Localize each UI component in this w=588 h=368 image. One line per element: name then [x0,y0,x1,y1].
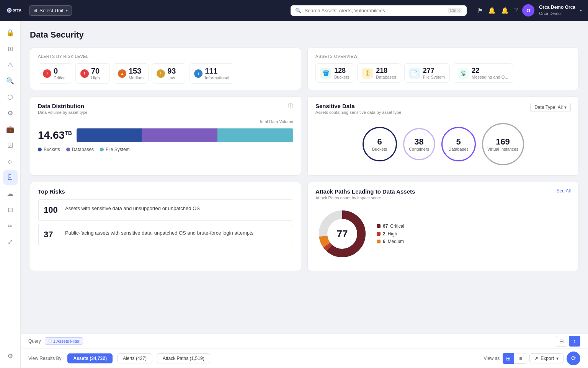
sidebar-item-checklist[interactable]: ☑ [3,138,18,153]
risk-desc-1: Public-facing assets with sensitive data… [65,230,253,237]
top-risks-card: Top Risks 100 Assets with sensitive data… [30,182,301,271]
flag-icon[interactable]: ⚑ [477,7,483,14]
search-shortcut: Ctrl K [448,8,462,13]
asset-messaging[interactable]: 📡 22 Messaging and Q... [453,63,513,83]
bottom-bar-right: View as ⊞ ≡ ↗ Export ▾ ⟳ [484,352,581,365]
select-unit-button[interactable]: ⊞ Select Unit ▾ [29,5,72,16]
bell-icon[interactable]: 🔔 [488,7,496,14]
help-icon[interactable]: ? [514,7,518,14]
data-distribution-card: Data Distribution Data volume by asset t… [30,96,301,176]
alert-item-critical[interactable]: ! 0 Critical [38,63,72,84]
bubble-virtual-num: 169 [496,137,510,147]
alerts-risk-title: Alerts by Risk Level [38,54,293,59]
data-type-chevron: ▾ [564,105,567,110]
alert-item-high[interactable]: ! 70 High [75,63,110,84]
robot-icon: ◇ [8,158,13,166]
topnav: orca ⊞ Select Unit ▾ 🔍 Ctrl K ⚑ 🔔 🔔 ? O … [0,0,588,21]
legend-critical: 67 Critical [377,223,404,229]
risk-item-1[interactable]: 37 Public-facing assets with sensitive d… [38,224,293,245]
tab-alerts[interactable]: Alerts (427) [117,353,152,363]
sidebar-item-scatter[interactable]: ⤢ [3,235,18,249]
dist-bar-row: 14.63TB [38,128,293,142]
chevron-down-icon: ▾ [66,8,68,13]
search-input[interactable] [304,8,445,13]
network-icon: ⬡ [7,93,13,101]
export-chevron: ▾ [556,356,559,361]
risk-item-0[interactable]: 100 Assets with sensitive data and unsup… [38,199,293,221]
view-as-label: View as [484,356,500,361]
bubble-containers[interactable]: 38 Containers [403,128,435,160]
alert-item-low[interactable]: ! 93 Low [152,63,186,84]
medium-sq [377,240,381,243]
avatar: O [522,4,534,16]
critical-sq [377,224,381,228]
sidebar-item-network[interactable]: ⬡ [3,90,18,104]
sidebar-item-grid[interactable]: ⊞ [3,41,18,56]
assets-filter-badge[interactable]: ⊞ 1 Assets Filter [45,337,83,345]
asset-filesystem[interactable]: 📄 277 File System [404,63,450,83]
attack-header: Attack Paths Leading to Data Assets Atta… [315,188,571,200]
dist-total-label: Total Data Volume [38,119,293,124]
alert-item-medium[interactable]: ▲ 153 Medium [113,63,149,84]
query-bar: Query ⊞ 1 Assets Filter ⊟ ↕ [21,334,588,348]
sidebar-item-briefcase[interactable]: 💼 [3,122,18,136]
sidebar-item-robot[interactable]: ◇ [3,154,18,169]
bubble-databases[interactable]: 5 Databases [441,127,476,161]
risk-scroll[interactable]: 100 Assets with sensitive data and unsup… [38,199,293,248]
legend-high: 2 High [377,231,404,237]
sidebar: 🔒 ⊞ ⚠ 🔍 ⬡ ⚙ 💼 ☑ ◇ 🗄 ☁ ⊟ ∞ ⤢ ⚙ [0,21,21,368]
export-button[interactable]: ↗ Export ▾ [529,353,564,363]
sidebar-item-search[interactable]: 🔍 [3,74,18,88]
sidebar-item-infinity[interactable]: ∞ [3,219,18,233]
list-view-button[interactable]: ≡ [515,353,526,364]
sort-button[interactable]: ↕ [569,336,580,347]
bubble-virtual[interactable]: 169 Virtual Instances [482,123,524,165]
sidebar-item-settings[interactable]: ⚙ [3,106,18,120]
alert-item-info[interactable]: i 111 Informational [189,63,234,84]
low-info: 93 Low [167,67,176,80]
nav-icons: ⚑ 🔔 🔔 ? [477,7,518,14]
column-view-button[interactable]: ⊟ [556,336,567,347]
sidebar-item-table[interactable]: ⊟ [3,202,18,217]
round-action-button[interactable]: ⟳ [567,352,580,365]
sidebar-item-lock[interactable]: 🔒 [3,25,18,40]
tab-attack-paths[interactable]: Attack Paths (1,519) [157,353,210,363]
critical-label: Critical [54,76,67,80]
bottom-bar: View Results By Assets (34,732) Alerts (… [21,348,588,368]
user-chevron-icon[interactable]: ▾ [580,8,582,13]
grid-view-button[interactable]: ⊞ [503,353,514,364]
sidebar-item-alerts[interactable]: ⚠ [3,58,18,72]
assets-overview-card: Assets Overview 🪣 128 Buckets 🗄 218 Data… [307,48,579,90]
logo: orca [6,5,24,16]
info-label: Informational [205,76,229,80]
sidebar-item-cloud[interactable]: ☁ [3,186,18,201]
data-type-select[interactable]: Data Type: All ▾ [530,103,571,112]
asset-buckets[interactable]: 🪣 128 Buckets [315,63,354,83]
alert-bell-icon[interactable]: 🔔 [501,7,509,14]
sensitive-data-card: Sensitive Data Assets containing sensiti… [307,96,579,176]
sidebar-item-gear-bottom[interactable]: ⚙ [3,349,18,363]
tab-assets[interactable]: Assets (34,732) [67,353,112,363]
search-bar[interactable]: 🔍 Ctrl K [291,5,467,16]
critical-info: 0 Critical [54,67,67,80]
briefcase-icon: 💼 [6,125,14,133]
critical-badge: ! [43,69,51,78]
asset-databases[interactable]: 🗄 218 Databases [357,63,401,83]
bubble-buckets[interactable]: 6 Buckets [363,127,397,161]
donut-row: 77 67 Critical 2 High 6 [315,203,571,264]
msg-info: 22 Messaging and Q... [472,67,508,79]
bucket-info: 128 Buckets [334,67,349,79]
bucket-icon: 🪣 [320,68,331,79]
db-info: 218 Databases [376,67,396,79]
info-circle-icon: ⓘ [288,103,293,110]
low-label: Low [167,76,176,80]
info-badge: i [194,69,203,78]
attack-paths-heading: Attack Paths Leading to Data Assets [315,188,415,195]
sidebar-item-database[interactable]: 🗄 [3,170,18,185]
see-all-link[interactable]: See All [557,188,571,194]
dist-legend: Buckets Databases File System [38,147,293,152]
db-count: 218 [376,67,396,75]
medium-legend-count: 6 [383,239,385,244]
lock-icon: 🔒 [6,29,14,37]
view-results-label: View Results By [28,356,61,361]
